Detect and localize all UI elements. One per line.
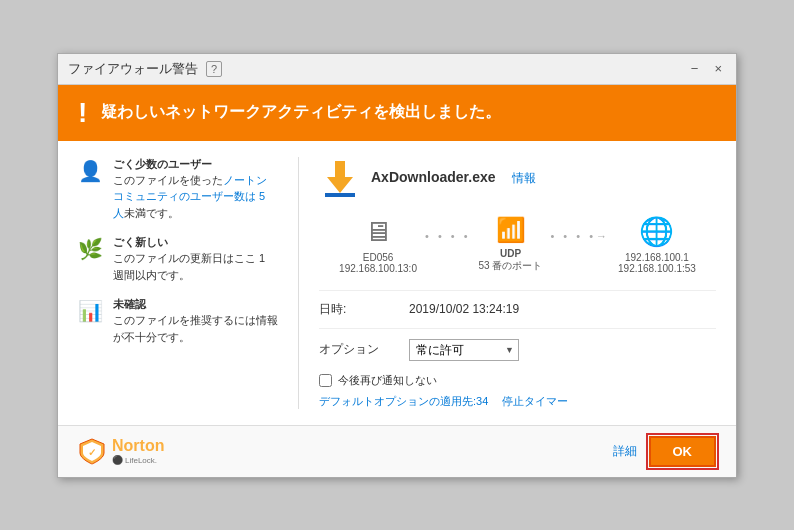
norton-logo-area: ✓ Norton ⚫ LifeLock.	[78, 437, 164, 465]
network-diagram: 🖥 ED056 192.168.100.13:0 • • • • 📶 UDP 5…	[319, 215, 716, 274]
download-icon	[319, 157, 361, 199]
ok-button[interactable]: OK	[649, 436, 717, 467]
info-link[interactable]: 情報	[512, 171, 536, 185]
svg-text:✓: ✓	[88, 447, 96, 458]
file-name: AxDownloader.exe	[371, 169, 496, 185]
file-info: AxDownloader.exe 情報	[371, 168, 536, 187]
option-select[interactable]: 常に許可 ブロック 許可	[409, 339, 519, 361]
few-users-desc: このファイルを使ったノートン コミュニティのユーザー数は 5 人未満です。	[113, 172, 278, 222]
default-options-link[interactable]: デフォルトオプションの適用先:34	[319, 394, 488, 409]
new-file-text: ごく新しい このファイルの更新日はここ 1 週間以内です。	[113, 235, 278, 283]
unconfirmed-desc: このファイルを推奨するには情報が不十分です。	[113, 312, 278, 345]
few-users-text: ごく少数のユーザー このファイルを使ったノートン コミュニティのユーザー数は 5…	[113, 157, 278, 222]
monitor-icon: 🖥	[364, 215, 392, 248]
stop-timer-link[interactable]: 停止タイマー	[502, 394, 568, 409]
unconfirmed-item: 📊 未確認 このファイルを推奨するには情報が不十分です。	[78, 297, 278, 345]
links-row: デフォルトオプションの適用先:34 停止タイマー	[319, 394, 716, 409]
no-notify-label: 今後再び通知しない	[338, 373, 437, 388]
datetime-value: 2019/10/02 13:24:19	[409, 302, 519, 316]
dest-node: 🌐 192.168.100.1 192.168.100.1:53	[618, 215, 696, 274]
globe-icon: 🌐	[639, 215, 674, 248]
new-file-desc: このファイルの更新日はここ 1 週間以内です。	[113, 250, 278, 283]
no-notify-row: 今後再び通知しない	[319, 373, 716, 388]
dest-label: 192.168.100.1 192.168.100.1:53	[618, 252, 696, 274]
bar-chart-icon: 📊	[78, 299, 103, 323]
warning-icon: !	[78, 99, 87, 127]
source-node: 🖥 ED056 192.168.100.13:0	[339, 215, 417, 274]
signal-icon: 📶	[496, 216, 526, 244]
firewall-dialog: ファイアウォール警告 ? − × ! 疑わしいネットワークアクティビティを検出し…	[57, 53, 737, 478]
close-button[interactable]: ×	[710, 61, 726, 76]
leaf-icon: 🌿	[78, 237, 103, 261]
svg-rect-2	[325, 193, 355, 197]
unconfirmed-text: 未確認 このファイルを推奨するには情報が不十分です。	[113, 297, 278, 345]
no-notify-checkbox[interactable]	[319, 374, 332, 387]
lifelock-brand: ⚫ LifeLock.	[112, 455, 157, 465]
title-bar-left: ファイアウォール警告 ?	[68, 60, 222, 78]
title-bar: ファイアウォール警告 ? − ×	[58, 54, 736, 85]
title-controls: − ×	[687, 61, 726, 76]
window-title: ファイアウォール警告	[68, 60, 198, 78]
left-panel: 👤 ごく少数のユーザー このファイルを使ったノートン コミュニティのユーザー数は…	[78, 157, 278, 409]
details-link[interactable]: 詳細	[613, 443, 637, 460]
norton-brand: Norton	[112, 437, 164, 455]
minimize-button[interactable]: −	[687, 61, 703, 76]
norton-logo-text: Norton ⚫ LifeLock.	[112, 437, 164, 465]
option-row: オプション 常に許可 ブロック 許可	[319, 328, 716, 361]
file-header: AxDownloader.exe 情報	[319, 157, 716, 199]
unconfirmed-title: 未確認	[113, 297, 278, 312]
footer-actions: 詳細 OK	[613, 436, 717, 467]
footer: ✓ Norton ⚫ LifeLock. 詳細 OK	[58, 425, 736, 477]
main-content: 👤 ごく少数のユーザー このファイルを使ったノートン コミュニティのユーザー数は…	[58, 141, 736, 425]
protocol-label: UDP 53 番のポート	[479, 248, 543, 273]
svg-marker-1	[327, 177, 353, 193]
new-file-title: ごく新しい	[113, 235, 278, 250]
alert-message: 疑わしいネットワークアクティビティを検出しました。	[101, 102, 501, 123]
svg-rect-0	[335, 161, 345, 177]
dots-right: • • • •→	[550, 230, 610, 242]
datetime-row: 日時: 2019/10/02 13:24:19	[319, 290, 716, 318]
norton-shield-icon: ✓	[78, 437, 106, 465]
few-users-item: 👤 ごく少数のユーザー このファイルを使ったノートン コミュニティのユーザー数は…	[78, 157, 278, 222]
option-select-wrapper[interactable]: 常に許可 ブロック 許可	[409, 339, 519, 361]
few-users-title: ごく少数のユーザー	[113, 157, 278, 172]
user-icon: 👤	[78, 159, 103, 183]
new-file-item: 🌿 ごく新しい このファイルの更新日はここ 1 週間以内です。	[78, 235, 278, 283]
source-label: ED056 192.168.100.13:0	[339, 252, 417, 274]
right-panel: AxDownloader.exe 情報 🖥 ED056 192.168.100.…	[298, 157, 716, 409]
alert-bar: ! 疑わしいネットワークアクティビティを検出しました。	[58, 85, 736, 141]
protocol-node: 📶 UDP 53 番のポート	[479, 216, 543, 273]
datetime-label: 日時:	[319, 301, 409, 318]
option-label: オプション	[319, 341, 409, 358]
dots-left: • • • •	[425, 230, 471, 242]
help-button[interactable]: ?	[206, 61, 222, 77]
